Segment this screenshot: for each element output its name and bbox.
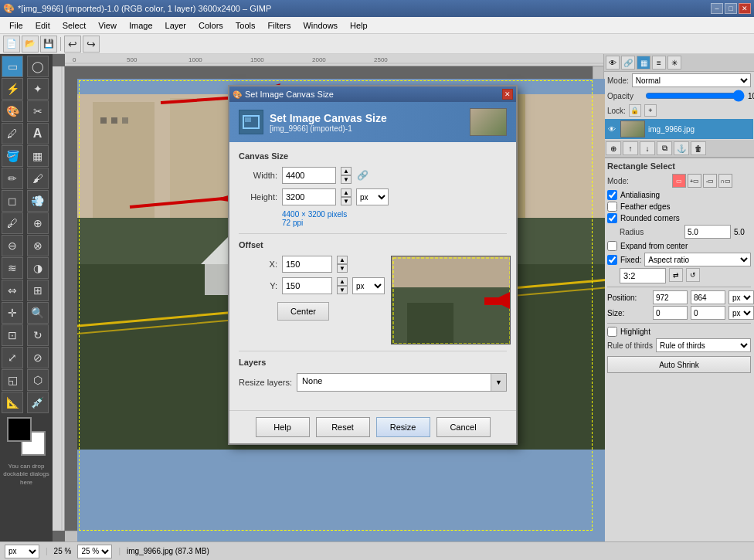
panel-layer-icon[interactable]: ▦ [637, 56, 650, 70]
auto-shrink-button[interactable]: Auto Shrink [607, 356, 751, 373]
height-spin-up[interactable]: ▲ [341, 188, 352, 197]
dialog-titlebar[interactable]: 🎨 Set Image Canvas Size ✕ [229, 87, 516, 102]
layers-tool-new-channel[interactable]: ⊕ [606, 141, 621, 155]
layers-tool-anchor[interactable]: ⚓ [674, 141, 689, 155]
y-input[interactable] [282, 277, 332, 294]
y-spin-up[interactable]: ▲ [337, 277, 348, 286]
height-input[interactable] [282, 188, 336, 205]
tool-ellipse-select[interactable]: ◯ [27, 56, 49, 77]
width-spin-up[interactable]: ▲ [341, 167, 352, 175]
rule-select[interactable]: Rule of thirds Grid None [656, 338, 751, 352]
radius-input[interactable] [684, 225, 731, 239]
tool-colorpick[interactable]: 💉 [27, 392, 49, 413]
fg-color[interactable] [7, 417, 32, 442]
menu-filters[interactable]: Filters [262, 19, 297, 32]
cancel-button[interactable]: Cancel [436, 417, 491, 437]
panel-path-icon[interactable]: ✳ [667, 56, 681, 70]
tool-rotate[interactable]: ↻ [27, 324, 49, 346]
panel-channel-icon[interactable]: ≡ [652, 56, 666, 70]
layers-tool-duplicate[interactable]: ⧉ [657, 141, 672, 155]
y-spin-down[interactable]: ▼ [337, 286, 348, 294]
width-input[interactable] [282, 167, 336, 184]
dialog-close-button[interactable]: ✕ [502, 89, 513, 100]
mode-select[interactable]: Normal [632, 73, 751, 87]
tool-shear[interactable]: ⊘ [27, 347, 49, 368]
tool-free-select[interactable]: ⚡ [2, 78, 23, 100]
mode-intersect[interactable]: ∩▭ [718, 174, 732, 188]
toolbar-undo[interactable]: ↩ [64, 36, 81, 53]
height-spin-down[interactable]: ▼ [341, 197, 352, 205]
menu-tools[interactable]: Tools [229, 19, 262, 32]
width-chain-icon[interactable]: 🔗 [356, 169, 369, 182]
tool-ink[interactable]: 🖋 [2, 212, 23, 234]
tool-pencil[interactable]: ✏ [2, 168, 23, 189]
mode-add[interactable]: +▭ [688, 174, 701, 188]
menu-view[interactable]: View [92, 19, 123, 32]
toolbar-save[interactable]: 💾 [40, 36, 57, 53]
fixed-select[interactable]: Aspect ratio Width Height Size [644, 253, 751, 266]
unit-select[interactable]: px [5, 545, 39, 558]
resize-button[interactable]: Resize [376, 417, 430, 437]
tool-perspective-clone[interactable]: ⊗ [27, 235, 49, 256]
tool-bucket-fill[interactable]: 🪣 [2, 145, 23, 167]
tool-scissors[interactable]: ✂ [27, 100, 49, 122]
tool-color-select[interactable]: 🎨 [2, 100, 23, 122]
mode-replace[interactable]: ▭ [672, 174, 686, 188]
width-spin-down[interactable]: ▼ [341, 175, 352, 184]
zoom-select[interactable]: 25 % [77, 545, 112, 558]
tool-crop[interactable]: ⊡ [2, 324, 23, 346]
tool-fuzzy-select[interactable]: ✦ [27, 78, 49, 100]
feather-edges-checkbox[interactable] [607, 202, 617, 212]
fixed-checkbox[interactable] [607, 255, 617, 265]
tool-dodge-burn[interactable]: ◑ [27, 257, 49, 279]
toolbar-redo[interactable]: ↪ [83, 36, 100, 53]
size-h-input[interactable] [691, 306, 725, 320]
tool-paths[interactable]: 🖊 [2, 123, 23, 144]
tool-paintbrush[interactable]: 🖌 [27, 168, 49, 189]
tool-measure[interactable]: 📐 [2, 392, 23, 413]
size-w-input[interactable] [653, 306, 688, 320]
fixed-swap-btn[interactable]: ⇄ [669, 268, 683, 282]
minimize-button[interactable]: – [711, 3, 723, 14]
resize-layers-arrow[interactable]: ▼ [491, 374, 506, 391]
layers-tool-lower[interactable]: ↓ [640, 141, 655, 155]
tool-text[interactable]: A [27, 123, 49, 144]
size-unit-select[interactable]: px [729, 306, 754, 320]
rounded-corners-checkbox[interactable] [607, 213, 617, 223]
layer-item[interactable]: 👁 img_9966.jpg [605, 119, 753, 139]
canvas-unit-select[interactable]: px in mm [356, 188, 389, 205]
x-spin-down[interactable]: ▼ [337, 264, 348, 273]
highlight-checkbox[interactable] [607, 327, 617, 337]
help-button[interactable]: Help [256, 417, 310, 437]
menu-help[interactable]: Help [344, 19, 374, 32]
menu-edit[interactable]: Edit [29, 19, 56, 32]
position-y-input[interactable] [691, 290, 725, 304]
menu-layer[interactable]: Layer [159, 19, 193, 32]
tool-move[interactable]: ✛ [2, 302, 23, 324]
tool-blend[interactable]: ▦ [27, 145, 49, 167]
tool-zoom[interactable]: 🔍 [27, 302, 49, 324]
tool-align[interactable]: ⊞ [27, 280, 49, 301]
expand-center-checkbox[interactable] [607, 241, 617, 251]
toolbar-open[interactable]: 📂 [22, 36, 39, 53]
maximize-button[interactable]: □ [725, 3, 737, 14]
tool-heal[interactable]: ⊖ [2, 235, 23, 256]
reset-button[interactable]: Reset [316, 417, 370, 437]
tool-clone[interactable]: ⊕ [27, 212, 49, 234]
tool-airbrush[interactable]: 💨 [27, 190, 49, 212]
lock-pixels-btn[interactable]: 🔒 [629, 104, 641, 117]
antialiasing-checkbox[interactable] [607, 190, 617, 200]
tool-rect-select[interactable]: ▭ [2, 56, 23, 77]
fixed-reset-btn[interactable]: ↺ [686, 268, 700, 282]
panel-eye-icon[interactable]: 👁 [606, 56, 620, 70]
panel-chain-icon[interactable]: 🔗 [621, 56, 635, 70]
tool-eraser[interactable]: ◻ [2, 190, 23, 212]
close-button[interactable]: ✕ [739, 3, 751, 14]
menu-file[interactable]: File [3, 19, 29, 32]
position-x-input[interactable] [653, 290, 688, 304]
offset-unit-select[interactable]: px [352, 277, 385, 294]
tool-blur[interactable]: ≋ [2, 257, 23, 279]
tool-perspective[interactable]: ◱ [2, 369, 23, 391]
x-spin-up[interactable]: ▲ [337, 256, 348, 264]
menu-windows[interactable]: Windows [297, 19, 344, 32]
